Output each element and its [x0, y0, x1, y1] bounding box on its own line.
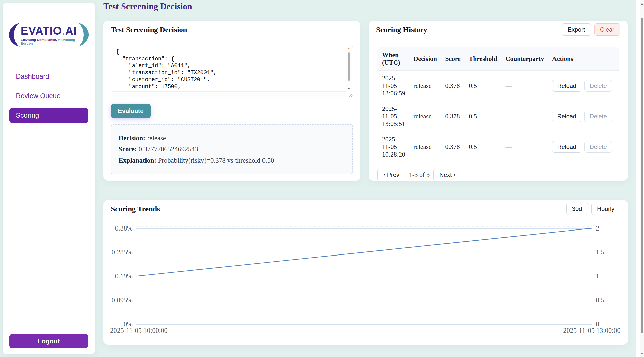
- pagination-range-label: 1-3 of 3: [409, 171, 430, 179]
- reload-button[interactable]: Reload: [552, 80, 581, 92]
- cell-counterparty: —: [501, 70, 548, 101]
- export-button[interactable]: Export: [562, 23, 591, 36]
- column-header-decision: Decision: [409, 47, 441, 70]
- sidebar-item-dashboard[interactable]: Dashboard: [9, 69, 88, 84]
- cell-threshold: 0.5: [465, 132, 502, 162]
- x-axis-label-start: 2025-11-05 10:00:00: [110, 327, 168, 335]
- y2-axis-tick-label: 2: [596, 224, 599, 232]
- sidebar: EVATIO.AI Elevating Compliance, Alleviat…: [3, 3, 95, 354]
- logo-tagline: Elevating Compliance, Alleviating Burden: [21, 38, 77, 45]
- transaction-json-input[interactable]: { "transaction": { "alert_id": "A011", "…: [111, 45, 353, 97]
- cell-score: 0.378: [441, 132, 465, 162]
- screening-card: Test Screening Decision { "transaction":…: [103, 21, 360, 181]
- clear-button[interactable]: Clear: [594, 23, 620, 36]
- cell-threshold: 0.5: [465, 70, 502, 101]
- y2-axis-tick-label: 0: [596, 320, 599, 328]
- page-scroll-thumb[interactable]: [641, 18, 643, 333]
- main-content: Test Screening Decision Test Screening D…: [103, 0, 636, 350]
- table-header-row: When (UTC) Decision Score Threshold Coun…: [377, 47, 619, 70]
- textarea-horizontal-scrollbar[interactable]: [112, 91, 346, 97]
- reload-button[interactable]: Reload: [552, 141, 581, 153]
- page-scrollbar[interactable]: ▲ ▼: [640, 0, 644, 357]
- cell-decision: release: [409, 101, 441, 132]
- y-axis-tick-label: 0.095%: [112, 296, 133, 304]
- scoring-history-table: When (UTC) Decision Score Threshold Coun…: [377, 47, 619, 162]
- scrollbar-gutter: [636, 0, 640, 357]
- sidebar-divider: [9, 58, 89, 58]
- evaluation-result-panel: Decision: release Score: 0.3777706524692…: [111, 124, 353, 174]
- sidebar-nav: Dashboard Review Queue Scoring: [9, 69, 88, 123]
- x-axis-label-end: 2025-11-05 13:00:00: [563, 327, 621, 335]
- y-axis-tick-label: 0.285%: [112, 248, 133, 256]
- pagination: ‹ Prev 1-3 of 3 Next ›: [377, 169, 619, 181]
- cell-score: 0.378: [441, 101, 465, 132]
- cell-when: 2025-11-0510:28:20: [377, 132, 409, 162]
- cell-threshold: 0.5: [465, 101, 502, 132]
- y-axis-tick-label: 0%: [124, 320, 133, 328]
- column-header-when: When (UTC): [377, 47, 409, 70]
- delete-button[interactable]: Delete: [584, 111, 612, 122]
- evaluate-button[interactable]: Evaluate: [111, 104, 151, 118]
- y2-axis-tick-label: 0.5: [596, 296, 604, 304]
- cell-decision: release: [409, 70, 441, 101]
- y2-axis-tick-label: 1: [596, 272, 599, 280]
- sidebar-item-review-queue[interactable]: Review Queue: [9, 88, 88, 104]
- interval-hourly-button[interactable]: Hourly: [591, 203, 620, 215]
- prev-page-button[interactable]: ‹ Prev: [377, 169, 405, 181]
- textarea-vertical-scrollbar[interactable]: ▲ ▼: [346, 46, 352, 91]
- y-axis-tick-label: 0.19%: [115, 272, 133, 280]
- table-row: 2025-11-0513:05:51 release 0.378 0.5 — R…: [377, 101, 619, 132]
- logo-left-crescent-icon: [8, 22, 21, 48]
- column-header-threshold: Threshold: [465, 47, 502, 70]
- y2-axis-tick-label: 1.5: [596, 248, 604, 256]
- delete-button[interactable]: Delete: [584, 141, 612, 153]
- cell-counterparty: —: [501, 132, 548, 162]
- cell-decision: release: [409, 132, 441, 162]
- column-header-counterparty: Counterparty: [501, 47, 548, 70]
- column-header-score: Score: [441, 47, 465, 70]
- table-row: 2025-11-0513:06:59 release 0.378 0.5 — R…: [377, 70, 619, 101]
- screening-card-title: Test Screening Decision: [111, 25, 187, 34]
- scoring-history-title: Scoring History: [376, 25, 427, 34]
- app-background: EVATIO.AI Elevating Compliance, Alleviat…: [0, 0, 636, 357]
- logout-button[interactable]: Logout: [9, 334, 88, 348]
- textarea-scroll-thumb[interactable]: [348, 52, 350, 81]
- page-title: Test Screening Decision: [103, 2, 628, 12]
- sidebar-item-scoring[interactable]: Scoring: [9, 108, 88, 123]
- scroll-down-arrow-icon[interactable]: ▼: [640, 352, 644, 355]
- scoring-history-card: Scoring History Export Clear When (UTC) …: [369, 21, 628, 181]
- scroll-up-arrow-icon[interactable]: ▲: [640, 2, 644, 5]
- cell-when: 2025-11-0513:06:59: [377, 70, 409, 101]
- next-page-button[interactable]: Next ›: [433, 169, 461, 181]
- scroll-up-arrow-icon[interactable]: ▲: [346, 47, 352, 50]
- reload-button[interactable]: Reload: [552, 111, 581, 122]
- result-explanation: Explanation: Probability(risky)=0.378 vs…: [119, 157, 345, 164]
- scoring-trends-title: Scoring Trends: [111, 205, 160, 213]
- scoring-trends-chart: 0%0.095%0.19%0.285%0.38%00.511.522025-11…: [103, 200, 628, 345]
- result-score: Score: 0.3777706524692543: [119, 145, 345, 153]
- textarea-resize-grip-icon[interactable]: [347, 93, 352, 97]
- delete-button[interactable]: Delete: [584, 80, 612, 92]
- logo-right-crescent-icon: [77, 22, 90, 48]
- y-axis-tick-label: 0.38%: [115, 224, 133, 232]
- range-30d-button[interactable]: 30d: [566, 203, 588, 215]
- cell-score: 0.378: [441, 70, 465, 101]
- result-decision: Decision: release: [119, 134, 345, 142]
- sidebar-bottom-divider: [9, 328, 89, 328]
- logo-wordmark: EVATIO.AI: [21, 25, 77, 36]
- scroll-down-arrow-icon[interactable]: ▼: [346, 87, 352, 90]
- column-header-actions: Actions: [548, 47, 619, 70]
- table-row: 2025-11-0510:28:20 release 0.378 0.5 — R…: [377, 132, 619, 162]
- logo: EVATIO.AI Elevating Compliance, Alleviat…: [9, 22, 89, 48]
- cell-when: 2025-11-0513:05:51: [377, 101, 409, 132]
- scoring-trends-card: Scoring Trends 30d Hourly 0%0.095%0.19%0…: [103, 200, 628, 345]
- cell-counterparty: —: [501, 101, 548, 132]
